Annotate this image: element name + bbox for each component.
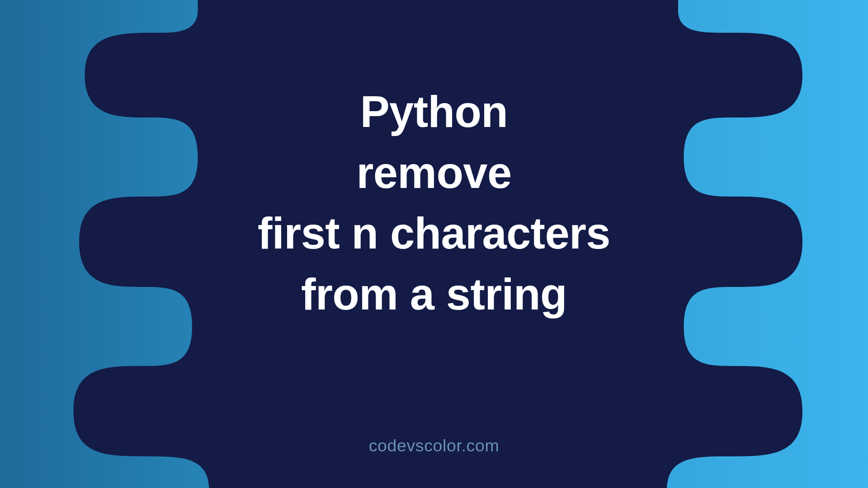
footer-credit: codevscolor.com	[0, 436, 868, 455]
title-text: Python remove first n characters from a …	[0, 82, 868, 325]
title-line-4: from a string	[0, 264, 868, 325]
title-line-2: remove	[0, 143, 868, 204]
title-line-1: Python	[0, 82, 868, 143]
banner-graphic: Python remove first n characters from a …	[0, 0, 868, 488]
title-line-3: first n characters	[0, 203, 868, 264]
